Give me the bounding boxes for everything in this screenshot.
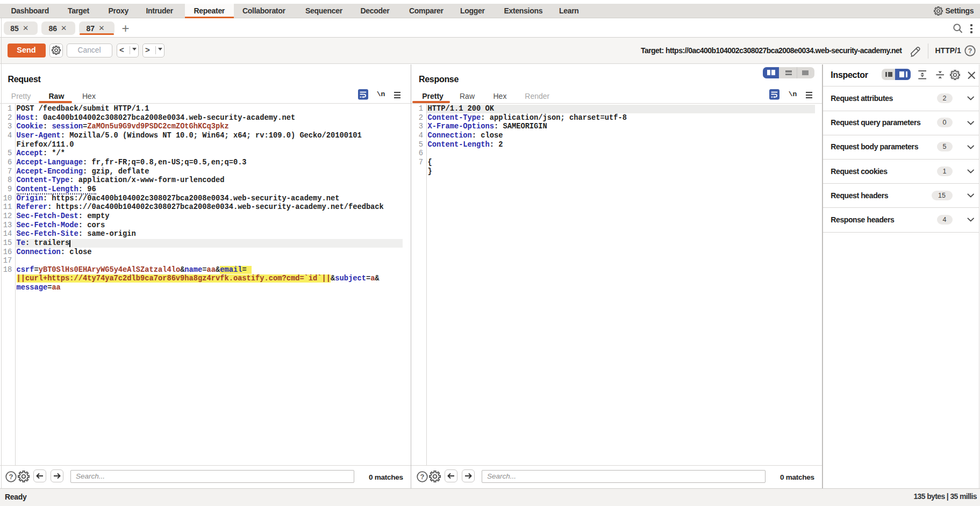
svg-text:?: ? (9, 473, 13, 481)
svg-text:?: ? (420, 473, 424, 481)
svg-text:?: ? (968, 47, 972, 55)
